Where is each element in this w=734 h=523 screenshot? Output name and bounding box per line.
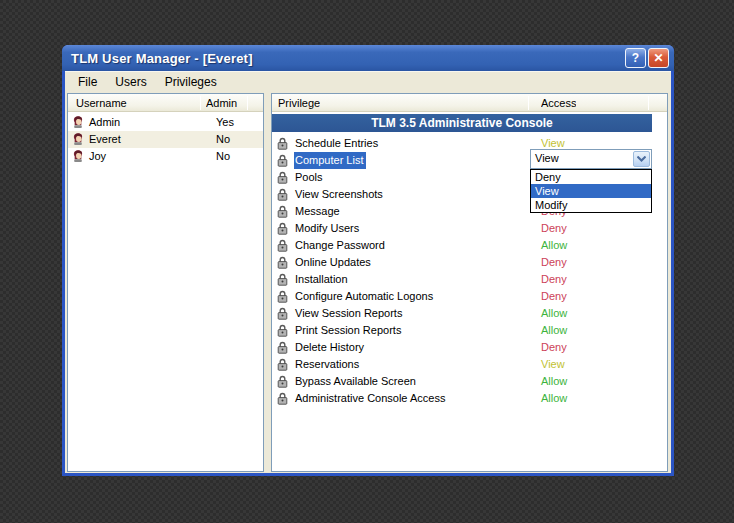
lock-icon: [277, 188, 288, 201]
dropdown-option[interactable]: Modify: [531, 198, 651, 212]
users-list-header: Username Admin: [68, 94, 263, 112]
privilege-list-item[interactable]: Reservations View: [272, 356, 667, 373]
admin-cell: Yes: [216, 114, 234, 131]
access-value: Allow: [541, 237, 567, 254]
column-separator[interactable]: [648, 96, 649, 110]
privilege-list-item[interactable]: View Session Reports Allow: [272, 305, 667, 322]
access-value: Allow: [541, 322, 567, 339]
column-header-admin[interactable]: Admin: [206, 94, 237, 112]
lock-icon: [277, 256, 288, 269]
access-value: Allow: [541, 390, 567, 407]
privileges-list-header: Privilege Access: [272, 94, 667, 112]
lock-icon: [277, 392, 288, 405]
privilege-list-item[interactable]: Configure Automatic Logons Deny: [272, 288, 667, 305]
privilege-label: Delete History: [294, 339, 367, 356]
privilege-label: Installation: [294, 271, 351, 288]
app-window: TLM User Manager - [Everet] ? ✕ File Use…: [62, 45, 674, 476]
privilege-list-item[interactable]: Change Password Allow: [272, 237, 667, 254]
privilege-list-item[interactable]: Administrative Console Access Allow: [272, 390, 667, 407]
menu-file[interactable]: File: [69, 73, 106, 91]
access-value: View: [541, 356, 565, 373]
privilege-label: View Screenshots: [294, 186, 386, 203]
lock-icon: [277, 307, 288, 320]
user-icon: [72, 116, 84, 129]
privilege-label: Pools: [294, 169, 326, 186]
privilege-list-item[interactable]: Modify Users Deny: [272, 220, 667, 237]
lock-icon: [277, 358, 288, 371]
users-list-panel: Username Admin Admin Yes Everet No: [67, 93, 264, 472]
lock-icon: [277, 290, 288, 303]
column-separator[interactable]: [247, 96, 248, 110]
dropdown-option[interactable]: View: [531, 184, 651, 198]
lock-icon: [277, 154, 288, 167]
privilege-label: Change Password: [294, 237, 388, 254]
lock-icon: [277, 341, 288, 354]
privilege-label: Configure Automatic Logons: [294, 288, 436, 305]
access-value: Deny: [541, 271, 567, 288]
user-icon: [72, 133, 84, 146]
user-list-item[interactable]: Everet No: [68, 131, 263, 148]
privilege-list-item[interactable]: Online Updates Deny: [272, 254, 667, 271]
access-value: Deny: [541, 254, 567, 271]
privilege-label: View Session Reports: [294, 305, 405, 322]
privilege-label: Online Updates: [294, 254, 374, 271]
menu-privileges[interactable]: Privileges: [156, 73, 226, 91]
column-separator[interactable]: [528, 96, 529, 110]
column-header-username[interactable]: Username: [76, 94, 127, 112]
access-value: Deny: [541, 220, 567, 237]
column-separator[interactable]: [200, 96, 201, 110]
access-value: Deny: [541, 339, 567, 356]
combobox-drop-button[interactable]: [633, 151, 650, 167]
user-list-item[interactable]: Joy No: [68, 148, 263, 165]
group-banner: TLM 3.5 Administrative Console: [272, 114, 652, 132]
privilege-label: Modify Users: [294, 220, 362, 237]
privilege-label: Bypass Available Screen: [294, 373, 419, 390]
privilege-list-item[interactable]: Delete History Deny: [272, 339, 667, 356]
dropdown-option[interactable]: Deny: [531, 170, 651, 184]
privilege-label: Administrative Console Access: [294, 390, 448, 407]
access-combobox[interactable]: View: [530, 149, 652, 169]
user-list-item[interactable]: Admin Yes: [68, 114, 263, 131]
username-cell: Joy: [89, 148, 106, 165]
menu-bar: File Users Privileges: [65, 71, 671, 91]
column-header-privilege[interactable]: Privilege: [278, 94, 320, 112]
lock-icon: [277, 273, 288, 286]
admin-cell: No: [216, 148, 230, 165]
combobox-value: View: [535, 152, 559, 164]
privilege-list-item[interactable]: Print Session Reports Allow: [272, 322, 667, 339]
privilege-label: Message: [294, 203, 343, 220]
privilege-label: Schedule Entries: [294, 135, 381, 152]
privilege-label: Print Session Reports: [294, 322, 404, 339]
privilege-label: Reservations: [294, 356, 362, 373]
lock-icon: [277, 171, 288, 184]
user-icon: [72, 150, 84, 163]
access-value: Allow: [541, 305, 567, 322]
lock-icon: [277, 324, 288, 337]
privileges-list-panel: Privilege Access TLM 3.5 Administrative …: [271, 93, 668, 472]
username-cell: Everet: [89, 131, 121, 148]
lock-icon: [277, 375, 288, 388]
access-value: Allow: [541, 373, 567, 390]
admin-cell: No: [216, 131, 230, 148]
help-button[interactable]: ?: [625, 48, 646, 68]
lock-icon: [277, 222, 288, 235]
window-title: TLM User Manager - [Everet]: [62, 51, 253, 66]
privilege-list-item[interactable]: Installation Deny: [272, 271, 667, 288]
close-button[interactable]: ✕: [648, 48, 669, 68]
lock-icon: [277, 205, 288, 218]
access-dropdown-list: DenyViewModify: [530, 169, 652, 213]
titlebar-buttons: ? ✕: [625, 48, 669, 68]
access-value: Deny: [541, 288, 567, 305]
lock-icon: [277, 137, 288, 150]
chevron-down-icon: [637, 156, 646, 162]
menu-users[interactable]: Users: [106, 73, 155, 91]
privilege-label: Computer List: [294, 152, 366, 169]
column-header-access[interactable]: Access: [541, 94, 576, 112]
title-bar[interactable]: TLM User Manager - [Everet] ? ✕: [62, 45, 674, 71]
privilege-list-item[interactable]: Bypass Available Screen Allow: [272, 373, 667, 390]
lock-icon: [277, 239, 288, 252]
username-cell: Admin: [89, 114, 120, 131]
